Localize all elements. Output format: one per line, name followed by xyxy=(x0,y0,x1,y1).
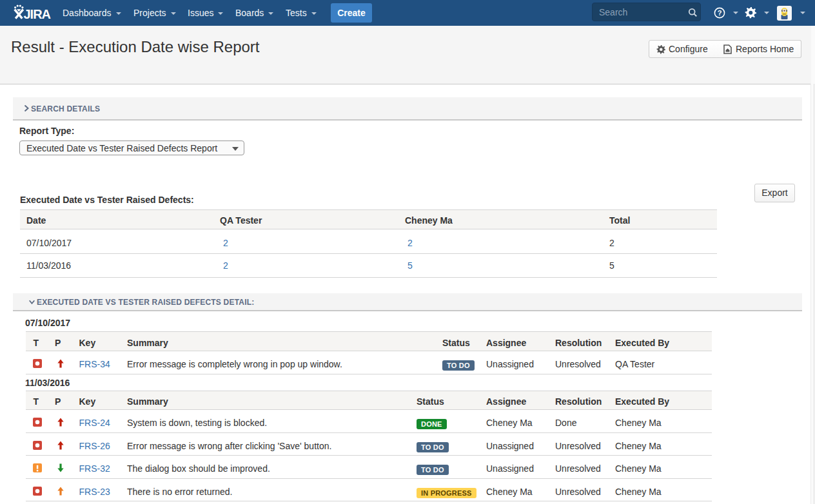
svg-text:?: ? xyxy=(718,9,722,17)
svg-text:JIRA: JIRA xyxy=(24,7,51,21)
